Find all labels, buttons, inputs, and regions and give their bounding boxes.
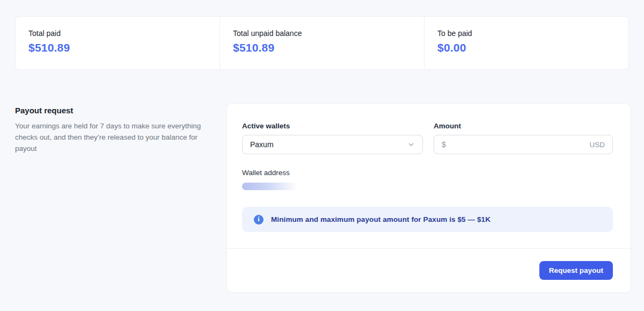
wallet-selected-value: Paxum: [250, 140, 274, 149]
stat-label: Total paid: [28, 29, 219, 38]
stat-total-paid: Total paid $510.89: [16, 17, 219, 69]
amount-input[interactable]: [450, 140, 590, 149]
wallet-address-label: Wallet address: [242, 169, 613, 177]
wallet-amount-row: Active wallets Paxum Amount $: [242, 122, 613, 154]
payout-form-footer: Request payout: [227, 248, 631, 292]
stat-value: $510.89: [28, 41, 219, 54]
currency-suffix: USD: [589, 141, 605, 149]
stat-value: $0.00: [437, 41, 628, 54]
currency-prefix: $: [442, 140, 446, 149]
payout-page: Total paid $510.89 Total unpaid balance …: [0, 0, 644, 311]
section-description: Your earnings are held for 7 days to mak…: [15, 120, 215, 154]
payout-limits-text: Minimum and maximum payout amount for Pa…: [271, 215, 491, 223]
stat-total-unpaid-balance: Total unpaid balance $510.89: [219, 17, 424, 69]
request-payout-button[interactable]: Request payout: [539, 261, 613, 280]
payout-form-body: Active wallets Paxum Amount $: [227, 104, 631, 232]
stat-label: Total unpaid balance: [233, 29, 424, 38]
wallet-address-redacted-value: [242, 183, 297, 190]
stat-to-be-paid: To be paid $0.00: [424, 17, 628, 69]
active-wallets-label: Active wallets: [242, 122, 423, 130]
amount-field: Amount $ USD: [434, 122, 613, 154]
stats-card: Total paid $510.89 Total unpaid balance …: [15, 16, 629, 70]
stat-label: To be paid: [437, 29, 628, 38]
payout-request-intro: Payout request Your earnings are held fo…: [15, 106, 215, 154]
chevron-down-icon: [407, 141, 415, 148]
amount-label: Amount: [434, 122, 613, 130]
payout-limits-banner: i Minimum and maximum payout amount for …: [242, 207, 613, 232]
payout-form-card: Active wallets Paxum Amount $: [226, 103, 631, 293]
active-wallets-field: Active wallets Paxum: [242, 122, 423, 154]
stat-value: $510.89: [233, 41, 424, 54]
wallet-select[interactable]: Paxum: [242, 135, 423, 154]
info-icon: i: [254, 215, 264, 225]
amount-input-box[interactable]: $ USD: [434, 135, 613, 154]
section-title: Payout request: [15, 106, 215, 115]
